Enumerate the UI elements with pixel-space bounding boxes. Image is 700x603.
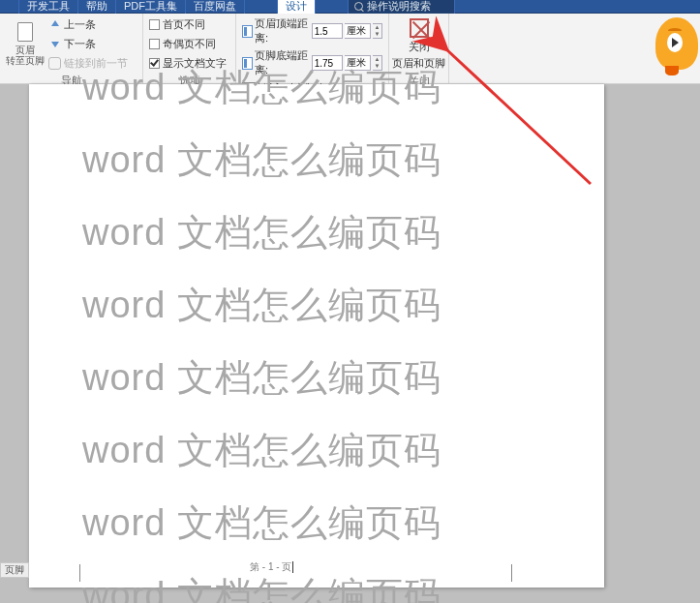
odd-even-diff-checkbox[interactable]: 奇偶页不同 (149, 36, 227, 52)
prev-button[interactable]: 上一条 (48, 16, 128, 33)
ribbon-tabbar: 开发工具 帮助 PDF工具集 百度网盘 设计 操作说明搜索 (0, 0, 700, 14)
text-line: word 文档怎么编页码 (82, 571, 604, 603)
footer-margin-right-handle[interactable] (511, 564, 512, 582)
tab-pdf[interactable]: PDF工具集 (116, 0, 186, 14)
arrow-up-icon (48, 18, 61, 31)
checkbox-icon (149, 19, 160, 30)
arrow-down-icon (48, 38, 61, 50)
text-line: word 文档怎么编页码 (82, 426, 604, 475)
header-distance-input[interactable]: 1.5 (312, 23, 343, 39)
header-distance-field[interactable]: 页眉顶端距离: 1.5 厘米 ▲▼ (242, 16, 382, 45)
text-line: word 文档怎么编页码 (82, 281, 604, 330)
footer-tab-label[interactable]: 页脚 (0, 562, 29, 578)
text-line: word 文档怎么编页码 (82, 498, 604, 548)
tab-dev[interactable]: 开发工具 (19, 0, 78, 14)
assistant-mascot[interactable] (652, 10, 700, 77)
tab-help[interactable]: 帮助 (78, 0, 116, 14)
header-pos-icon (242, 25, 253, 38)
search-icon (354, 2, 363, 11)
tab-spacer (0, 0, 19, 14)
text-line: word 文档怎么编页码 (82, 353, 604, 403)
tab-baidu[interactable]: 百度网盘 (186, 0, 245, 14)
search-placeholder: 操作说明搜索 (367, 0, 431, 14)
text-line: word 文档怎么编页码 (82, 136, 604, 185)
tab-gap2 (316, 0, 349, 14)
first-page-diff-checkbox[interactable]: 首页不同 (149, 16, 227, 33)
tell-me-search[interactable]: 操作说明搜索 (349, 0, 455, 14)
footer-margin-left-handle[interactable] (79, 564, 80, 582)
tab-design[interactable]: 设计 (278, 0, 316, 14)
page-content: word 文档怎么编页码 word 文档怎么编页码 word 文档怎么编页码 w… (29, 63, 604, 603)
next-button[interactable]: 下一条 (48, 36, 128, 52)
close-icon (410, 18, 429, 38)
spinner[interactable]: ▲▼ (373, 23, 382, 39)
document-workspace: word 文档怎么编页码 word 文档怎么编页码 word 文档怎么编页码 w… (0, 84, 700, 603)
page-number-footer[interactable]: 第 - 1 - 页 (250, 560, 293, 574)
text-line: word 文档怎么编页码 (82, 208, 604, 257)
document-page[interactable]: word 文档怎么编页码 word 文档怎么编页码 word 文档怎么编页码 w… (29, 84, 604, 588)
header-icon (17, 22, 33, 42)
tab-gap (245, 0, 278, 14)
checkbox-icon (149, 39, 160, 49)
text-line: word 文档怎么编页码 (82, 63, 604, 112)
